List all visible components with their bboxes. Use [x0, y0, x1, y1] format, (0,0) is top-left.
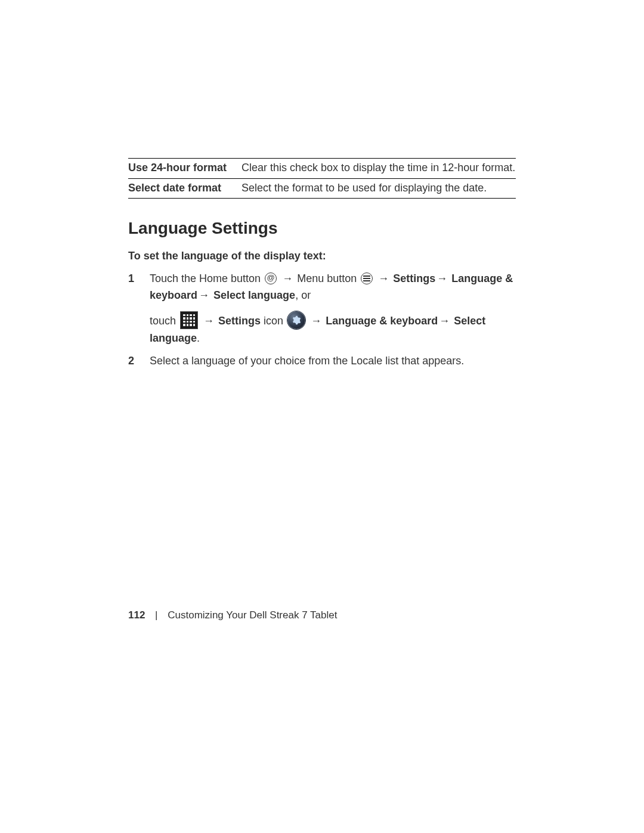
section-heading: Language Settings	[128, 219, 516, 238]
page-number: 112	[128, 609, 145, 621]
step-number: 2	[128, 353, 134, 370]
setting-description: Clear this check box to display the time…	[242, 159, 516, 179]
list-item: 1 Touch the Home button → Menu button → …	[128, 271, 516, 347]
table-row: Select date format Select the format to …	[128, 178, 516, 199]
arrow-icon: →	[281, 272, 294, 284]
step-number: 1	[128, 271, 134, 287]
section-subheading: To set the language of the display text:	[128, 250, 516, 262]
setting-label: Use 24-hour format	[128, 159, 242, 179]
page-footer: 112 | Customizing Your Dell Streak 7 Tab…	[128, 609, 337, 621]
setting-description: Select the format to be used for display…	[242, 178, 516, 199]
step-text-line2: touch → Settings icon → Language & keybo…	[150, 312, 516, 347]
arrow-icon: →	[438, 315, 451, 327]
settings-table: Use 24-hour format Clear this check box …	[128, 158, 516, 199]
step-text: Select a language of your choice from th…	[150, 355, 464, 367]
table-row: Use 24-hour format Clear this check box …	[128, 159, 516, 179]
setting-label: Select date format	[128, 178, 242, 199]
step-text: Touch the Home button → Menu button → Se…	[150, 272, 513, 301]
chapter-title: Customizing Your Dell Streak 7 Tablet	[168, 609, 337, 621]
list-item: 2 Select a language of your choice from …	[128, 353, 516, 370]
document-page: Use 24-hour format Clear this check box …	[0, 0, 644, 833]
settings-gear-icon	[287, 311, 305, 329]
arrow-icon: →	[435, 272, 448, 284]
arrow-icon: →	[377, 272, 390, 284]
arrow-icon: →	[309, 315, 323, 327]
menu-icon	[361, 272, 373, 284]
apps-grid-icon	[180, 311, 198, 329]
arrow-icon: →	[197, 289, 210, 301]
step-list: 1 Touch the Home button → Menu button → …	[128, 271, 516, 370]
footer-divider: |	[155, 609, 157, 621]
arrow-icon: →	[202, 315, 215, 327]
home-icon	[265, 272, 277, 284]
